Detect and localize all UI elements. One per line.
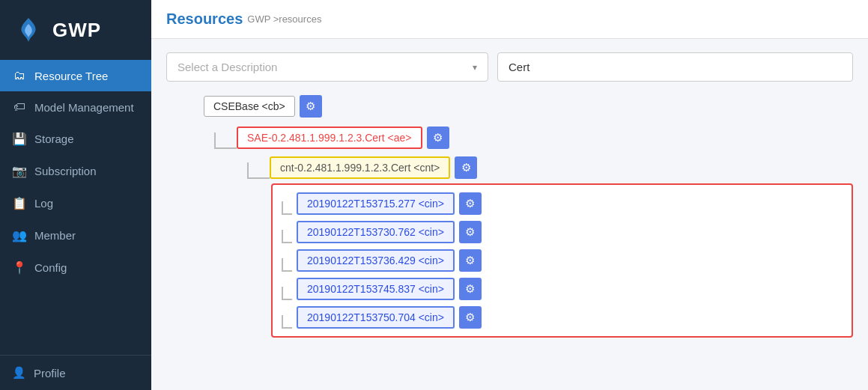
sidebar-logo: GWP <box>0 0 151 60</box>
sidebar-item-label: Config <box>34 261 67 274</box>
sidebar-item-config[interactable]: 📍 Config <box>0 252 151 284</box>
level2-node-label[interactable]: cnt-0.2.481.1.999.1.2.3.Cert <cnt> <box>270 156 450 179</box>
level1-node-label[interactable]: SAE-0.2.481.1.999.1.2.3.Cert <ae> <box>237 127 422 149</box>
sidebar-item-log[interactable]: 📋 Log <box>0 187 151 219</box>
sidebar-item-label: Log <box>34 197 53 210</box>
level2-node: cnt-0.2.481.1.999.1.2.3.Cert <cnt> ⚙ <box>270 156 477 179</box>
filter-row: Select a Description ▾ <box>166 52 853 82</box>
sidebar-item-subscription[interactable]: 📷 Subscription <box>0 155 151 187</box>
child-label-2[interactable]: 20190122T153730.762 <cin> <box>297 221 455 243</box>
config-icon: 📍 <box>12 260 27 275</box>
connector-5 <box>282 315 292 329</box>
child-gear-button-2[interactable]: ⚙ <box>459 221 482 243</box>
child-row-3: 20190122T153736.429 <cin> ⚙ <box>282 249 843 272</box>
sidebar-item-member[interactable]: 👥 Member <box>0 219 151 252</box>
child-row-4: 20190122T153745.837 <cin> ⚙ <box>282 278 843 300</box>
page-title: Resources <box>166 10 243 28</box>
root-node: CSEBase <cb> ⚙ <box>204 95 322 118</box>
model-management-icon: 🏷 <box>12 100 27 114</box>
sidebar-item-storage[interactable]: 💾 Storage <box>0 123 151 155</box>
root-node-row: CSEBase <cb> ⚙ <box>204 95 853 118</box>
cert-input[interactable] <box>497 52 853 82</box>
member-icon: 👥 <box>12 228 27 243</box>
connector-4 <box>282 287 292 300</box>
log-icon: 📋 <box>12 196 27 210</box>
child-gear-button-5[interactable]: ⚙ <box>459 306 482 329</box>
breadcrumb: GWP >resources <box>247 13 321 25</box>
child-gear-button-1[interactable]: ⚙ <box>459 192 482 215</box>
sidebar-item-model-management[interactable]: 🏷 Model Management <box>0 91 151 123</box>
chevron-down-icon: ▾ <box>473 62 477 73</box>
child-gear-button-3[interactable]: ⚙ <box>459 249 482 272</box>
content-area: Select a Description ▾ CSEBase <cb> ⚙ SA… <box>151 39 868 351</box>
main-content: Resources GWP >resources Select a Descri… <box>151 0 868 390</box>
level1-node: SAE-0.2.481.1.999.1.2.3.Cert <ae> ⚙ <box>237 127 449 149</box>
root-gear-button[interactable]: ⚙ <box>300 95 322 118</box>
children-container: 20190122T153715.277 <cin> ⚙ 20190122T153… <box>271 183 853 338</box>
logo-text: GWP <box>52 19 101 42</box>
select-description-dropdown[interactable]: Select a Description ▾ <box>166 52 488 82</box>
sidebar-item-label: Model Management <box>34 101 134 114</box>
child-label-4[interactable]: 20190122T153745.837 <cin> <box>297 278 455 300</box>
subscription-icon: 📷 <box>12 164 27 178</box>
child-label-1[interactable]: 20190122T153715.277 <cin> <box>297 192 455 215</box>
root-node-label[interactable]: CSEBase <cb> <box>204 96 295 117</box>
profile-label: Profile <box>34 367 66 380</box>
child-row-5: 20190122T153750.704 <cin> ⚙ <box>282 306 843 329</box>
sidebar-item-label: Resource Tree <box>34 70 108 82</box>
child-label-5[interactable]: 20190122T153750.704 <cin> <box>297 306 455 329</box>
logo-icon <box>12 13 45 46</box>
tree-area: CSEBase <cb> ⚙ SAE-0.2.481.1.999.1.2.3.C… <box>166 95 853 338</box>
child-row-2: 20190122T153730.762 <cin> ⚙ <box>282 221 843 243</box>
sidebar-profile[interactable]: 👤 Profile <box>0 355 151 390</box>
sidebar-item-label: Storage <box>34 132 74 145</box>
page-header: Resources GWP >resources <box>151 0 868 39</box>
level2-gear-button[interactable]: ⚙ <box>455 156 477 179</box>
connector-3 <box>282 258 292 272</box>
child-row-1: 20190122T153715.277 <cin> ⚙ <box>282 192 843 215</box>
select-description-placeholder: Select a Description <box>177 61 277 73</box>
child-label-3[interactable]: 20190122T153736.429 <cin> <box>297 249 455 272</box>
sidebar-nav: 🗂 Resource Tree 🏷 Model Management 💾 Sto… <box>0 60 151 355</box>
level1-gear-button[interactable]: ⚙ <box>427 127 449 149</box>
sidebar: GWP 🗂 Resource Tree 🏷 Model Management 💾… <box>0 0 151 390</box>
connector-1 <box>282 201 292 215</box>
sidebar-item-label: Member <box>34 229 76 242</box>
connector-2 <box>282 230 292 243</box>
child-gear-button-4[interactable]: ⚙ <box>459 278 482 300</box>
sidebar-item-resource-tree[interactable]: 🗂 Resource Tree <box>0 60 151 91</box>
sidebar-item-label: Subscription <box>34 165 97 177</box>
resource-tree-icon: 🗂 <box>12 69 27 82</box>
storage-icon: 💾 <box>12 132 27 146</box>
profile-icon: 👤 <box>12 366 26 380</box>
